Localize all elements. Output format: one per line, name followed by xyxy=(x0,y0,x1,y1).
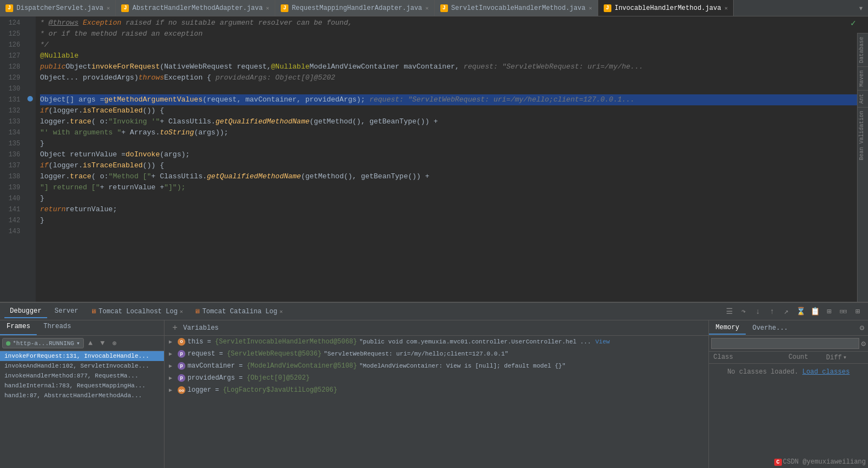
java-icon: J xyxy=(121,4,129,12)
var-type-icon: o xyxy=(178,338,185,346)
tab-overflow-button[interactable]: ▾ xyxy=(854,3,868,14)
var-providedargs[interactable]: ▶ p providedArgs = {Object[0]@5202} xyxy=(164,372,708,384)
v-tab-database[interactable]: Database xyxy=(858,33,868,66)
code-line-140: } xyxy=(40,193,868,204)
expand-icon[interactable]: ▶ xyxy=(169,363,175,369)
tab-close[interactable]: ✕ xyxy=(426,5,429,12)
v-tab-maven[interactable]: Maven xyxy=(858,66,868,90)
frame-item[interactable]: invokeAndHandle:102, ServletInvocable... xyxy=(0,361,164,371)
settings-icon[interactable]: ⊞ xyxy=(823,306,835,318)
tab-label: ServletInvocableHandlerMethod.java xyxy=(451,4,586,12)
tab-label: AbstractHandlerMethodAdapter.java xyxy=(132,4,263,12)
tab-label: DispatcherServlet.java xyxy=(16,4,103,12)
threads-tab[interactable]: Threads xyxy=(37,320,77,335)
variables-header: + Variables xyxy=(164,320,708,336)
step-out-icon[interactable]: ↑ xyxy=(766,306,778,318)
code-line-135: } xyxy=(40,138,868,149)
tab-close[interactable]: ✕ xyxy=(266,5,269,12)
java-icon: J xyxy=(5,4,13,12)
tab-label: RequestMappingHandlerAdapter.java xyxy=(292,4,422,12)
memory-search-input[interactable] xyxy=(711,338,859,349)
tab-close[interactable]: ✕ xyxy=(589,5,592,12)
overhead-tab[interactable]: Overhe... xyxy=(746,322,795,334)
csdn-watermark: C CSDN @yemuxiaweiliang xyxy=(774,458,866,466)
code-line-124: * @throws Exception raised if no suitabl… xyxy=(40,18,868,29)
code-line-138: logger.trace( o: "Method [" + ClassUtils… xyxy=(40,171,868,182)
diff-col-header: Diff ▾ xyxy=(826,353,864,362)
tab-requestmapping[interactable]: J RequestMappingHandlerAdapter.java ✕ xyxy=(275,0,435,16)
expand-icon[interactable]: ▶ xyxy=(169,375,175,381)
add-watch-icon[interactable]: + xyxy=(169,322,181,334)
tab-servlet[interactable]: J ServletInvocableHandlerMethod.java ✕ xyxy=(435,0,598,16)
code-line-132: if (logger.isTraceEnabled()) { xyxy=(40,105,868,116)
frames-list: invokeForRequest:131, InvocableHandle...… xyxy=(0,351,164,468)
code-line-130 xyxy=(40,83,868,94)
vertical-tabs: Database Maven Ant Bean Validation xyxy=(857,33,868,313)
filter-button[interactable]: ⊛ xyxy=(109,338,120,349)
v-tab-bean-validation[interactable]: Bean Validation xyxy=(858,107,868,163)
thread-selector[interactable]: *http-a...RUNNING ▾ xyxy=(2,338,84,348)
bottom-content: Frames Threads *http-a...RUNNING ▾ ▲ ▼ ⊛… xyxy=(0,320,868,468)
code-line-141: return returnValue; xyxy=(40,204,868,215)
run-to-cursor-icon[interactable]: ↗ xyxy=(780,306,792,318)
evaluate-icon[interactable]: ⌛ xyxy=(795,306,807,318)
tomcat-catalina-tab[interactable]: 🖥 Tomcat Catalina Log ✕ xyxy=(190,306,287,318)
var-this[interactable]: ▶ o this = {ServletInvocableHandlerMetho… xyxy=(164,336,708,348)
up-button[interactable]: ▲ xyxy=(85,338,96,349)
frame-item[interactable]: handle:87, AbstractHandlerMethodAda... xyxy=(0,391,164,401)
class-col-header: Class xyxy=(713,353,788,362)
code-line-134: "' with arguments " + Arrays.toString(ar… xyxy=(40,127,868,138)
expand-icon[interactable]: ⊞ xyxy=(852,306,864,318)
frames-tab[interactable]: Frames xyxy=(0,320,37,335)
code-line-127: @Nullable xyxy=(40,50,868,61)
code-line-126: */ xyxy=(40,40,868,50)
expand-icon[interactable]: ▶ xyxy=(169,339,175,345)
tab-close[interactable]: ✕ xyxy=(724,5,728,12)
count-col-header: Count xyxy=(788,353,826,362)
tab-dispatcher[interactable]: J DispatcherServlet.java ✕ xyxy=(0,0,116,16)
load-classes-link[interactable]: Load classes xyxy=(802,368,849,376)
java-icon: J xyxy=(281,4,288,12)
code-content: * @throws Exception raised if no suitabl… xyxy=(36,16,868,313)
code-line-131: Object[] args = getMethodArgumentValues(… xyxy=(40,94,868,105)
var-type-icon: p xyxy=(178,374,185,382)
expand-icon[interactable]: ▶ xyxy=(169,387,175,393)
watches-icon[interactable]: 📋 xyxy=(809,306,821,318)
settings-icon[interactable]: ⚙ xyxy=(856,322,868,334)
debugger-tab[interactable]: Debugger xyxy=(4,305,47,318)
var-logger[interactable]: ▶ oo logger = {LogFactory$JavaUtilLog@52… xyxy=(164,384,708,396)
tomcat-localhost-close[interactable]: ✕ xyxy=(180,308,183,315)
v-tab-ant[interactable]: Ant xyxy=(858,90,868,107)
tab-invocable[interactable]: J InvocableHandlerMethod.java ✕ xyxy=(598,0,734,16)
expand-icon[interactable]: ▶ xyxy=(169,351,175,357)
server-tab[interactable]: Server xyxy=(49,305,84,318)
tomcat-catalina-close[interactable]: ✕ xyxy=(280,308,283,315)
var-type-icon: p xyxy=(178,350,185,358)
tomcat-localhost-tab[interactable]: 🖥 Tomcat Localhost Log ✕ xyxy=(86,306,188,318)
toolbar-icons: ☰ ↷ ↓ ↑ ↗ ⌛ 📋 ⊞ ⊟⊟ xyxy=(723,306,849,318)
gutter xyxy=(25,16,36,313)
editor-area: 124125126127128 129130131132133 13413513… xyxy=(0,16,868,313)
var-type-icon: oo xyxy=(178,386,185,394)
tab-abstract[interactable]: J AbstractHandlerMethodAdapter.java ✕ xyxy=(116,0,275,16)
var-request[interactable]: ▶ p request = {ServletWebRequest@5036} "… xyxy=(164,348,708,360)
frame-item[interactable]: invokeHandlerMethod:877, RequestMa... xyxy=(0,371,164,381)
code-line-136: Object returnValue = doInvoke(args); xyxy=(40,149,868,160)
memory-tab[interactable]: Memory xyxy=(709,322,746,335)
var-mavcontainer[interactable]: ▶ p mavContainer = {ModelAndViewContaine… xyxy=(164,360,708,372)
bottom-panel: Debugger Server 🖥 Tomcat Localhost Log ✕… xyxy=(0,302,868,468)
layout-icon[interactable]: ⊟⊟ xyxy=(837,306,849,318)
filter-icon[interactable]: ☰ xyxy=(723,306,735,318)
frame-item[interactable]: handleInternal:783, RequestMappingHa... xyxy=(0,381,164,391)
view-link[interactable]: View xyxy=(595,339,610,345)
var-type-icon: p xyxy=(178,362,185,370)
down-button[interactable]: ▼ xyxy=(97,338,108,349)
tab-close[interactable]: ✕ xyxy=(106,5,110,12)
step-over-icon[interactable]: ↷ xyxy=(737,306,750,318)
memory-settings-icon[interactable]: ⚙ xyxy=(861,339,866,348)
frame-item[interactable]: invokeForRequest:131, InvocableHandle... xyxy=(0,351,164,361)
memory-search: ⚙ xyxy=(709,336,868,352)
code-line-139: "] returned [" + returnValue + "]"); xyxy=(40,182,868,193)
step-into-icon[interactable]: ↓ xyxy=(752,306,764,318)
running-indicator xyxy=(6,341,10,346)
